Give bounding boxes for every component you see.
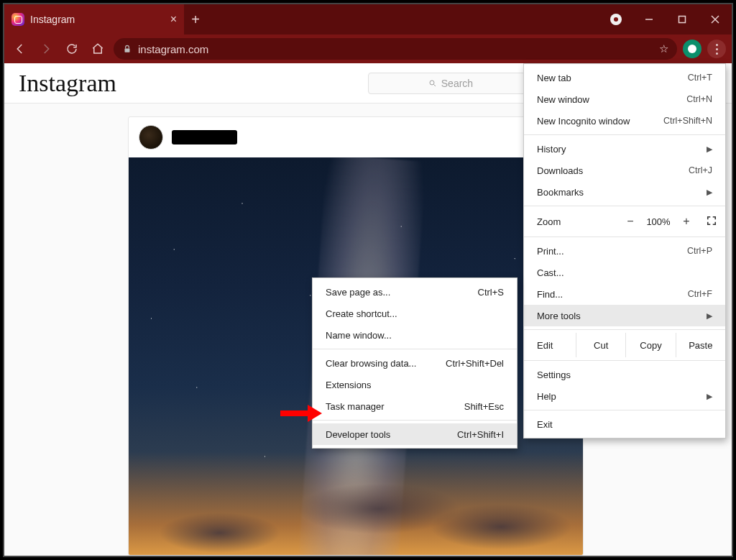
address-bar[interactable]: instagram.com ☆ (114, 38, 677, 60)
browser-tab[interactable]: Instagram × (4, 4, 184, 35)
menu-bookmarks[interactable]: Bookmarks▶ (524, 181, 725, 203)
menu-new-tab[interactable]: New tabCtrl+T (524, 67, 725, 88)
edit-paste-button[interactable]: Paste (676, 333, 725, 357)
submenu-clear-browsing-data[interactable]: Clear browsing data...Ctrl+Shift+Del (313, 352, 517, 374)
edit-cut-button[interactable]: Cut (576, 333, 625, 357)
bookmark-star-icon[interactable]: ☆ (659, 42, 668, 55)
forward-button[interactable] (36, 39, 56, 59)
window-maximize-button[interactable] (666, 4, 699, 35)
submenu-arrow-icon: ▶ (707, 144, 712, 154)
instagram-logo[interactable]: Instagram (19, 70, 116, 97)
new-tab-button[interactable]: + (184, 4, 207, 35)
account-indicator-icon[interactable] (599, 4, 632, 35)
chrome-menu-button[interactable] (707, 40, 726, 58)
zoom-label: Zoom (524, 216, 619, 227)
instagram-favicon-icon (12, 13, 24, 26)
zoom-in-button[interactable]: + (675, 215, 698, 228)
submenu-arrow-icon: ▶ (707, 188, 712, 197)
svg-rect-1 (679, 17, 686, 23)
lock-icon (122, 44, 132, 54)
menu-new-incognito[interactable]: New Incognito windowCtrl+Shift+N (524, 110, 725, 132)
avatar[interactable] (139, 125, 163, 150)
search-placeholder: Search (441, 78, 473, 89)
zoom-value: 100% (642, 216, 675, 227)
edit-label: Edit (524, 340, 576, 351)
menu-new-window[interactable]: New windowCtrl+N (524, 88, 725, 110)
menu-find[interactable]: Find...Ctrl+F (524, 283, 725, 305)
annotation-arrow-icon (279, 403, 322, 423)
menu-help[interactable]: Help▶ (524, 385, 725, 407)
menu-exit[interactable]: Exit (524, 413, 725, 435)
submenu-developer-tools[interactable]: Developer toolsCtrl+Shift+I (313, 423, 517, 445)
menu-more-tools[interactable]: More tools▶ (524, 305, 725, 326)
fullscreen-button[interactable] (698, 216, 725, 228)
submenu-save-page[interactable]: Save page as...Ctrl+S (313, 281, 517, 303)
tab-close-icon[interactable]: × (170, 13, 177, 26)
instagram-search-input[interactable]: Search (368, 73, 533, 94)
menu-zoom-row: Zoom − 100% + (524, 209, 725, 234)
zoom-out-button[interactable]: − (619, 215, 642, 228)
menu-downloads[interactable]: DownloadsCtrl+J (524, 160, 725, 181)
extension-icon[interactable] (683, 40, 702, 58)
svg-marker-8 (308, 405, 322, 422)
menu-print[interactable]: Print...Ctrl+P (524, 240, 725, 262)
url-text: instagram.com (138, 43, 208, 55)
submenu-name-window[interactable]: Name window... (313, 324, 517, 346)
titlebar: Instagram × + (4, 4, 732, 35)
post-username[interactable]: ████████ (172, 130, 237, 144)
post-header: ████████ (129, 117, 583, 157)
window-minimize-button[interactable] (632, 4, 666, 35)
menu-edit-row: Edit Cut Copy Paste (524, 333, 725, 357)
edit-copy-button[interactable]: Copy (625, 333, 675, 357)
svg-point-5 (430, 81, 434, 85)
chrome-main-menu: New tabCtrl+T New windowCtrl+N New Incog… (523, 63, 726, 439)
more-tools-submenu: Save page as...Ctrl+S Create shortcut...… (312, 277, 518, 449)
submenu-arrow-icon: ▶ (707, 311, 712, 321)
submenu-task-manager[interactable]: Task managerShift+Esc (313, 395, 517, 417)
svg-line-6 (433, 84, 436, 86)
menu-history[interactable]: History▶ (524, 138, 725, 160)
submenu-arrow-icon: ▶ (707, 392, 712, 401)
menu-settings[interactable]: Settings (524, 364, 725, 385)
toolbar: instagram.com ☆ (4, 35, 732, 63)
submenu-extensions[interactable]: Extensions (313, 374, 517, 395)
back-button[interactable] (10, 39, 30, 59)
reload-button[interactable] (62, 39, 82, 59)
window-close-button[interactable] (699, 4, 732, 35)
svg-rect-4 (125, 48, 130, 52)
search-icon (428, 79, 437, 88)
home-button[interactable] (88, 39, 108, 59)
menu-cast[interactable]: Cast... (524, 262, 725, 283)
tab-title: Instagram (30, 14, 75, 25)
submenu-create-shortcut[interactable]: Create shortcut... (313, 303, 517, 324)
